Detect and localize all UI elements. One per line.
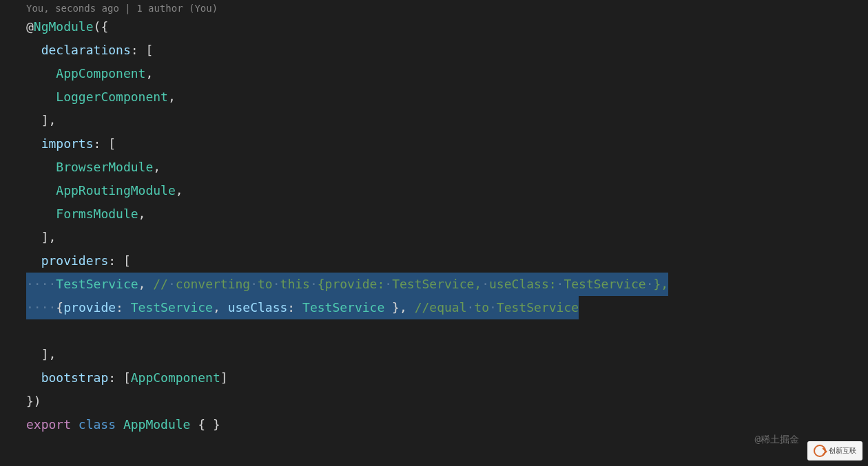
code-line[interactable]: ], bbox=[0, 226, 868, 249]
code-line[interactable]: export class AppModule { } bbox=[0, 413, 868, 436]
code-line[interactable]: ], bbox=[0, 343, 868, 366]
code-line[interactable]: LoggerComponent, bbox=[0, 85, 868, 109]
code-line[interactable]: bootstrap: [AppComponent] bbox=[0, 366, 868, 390]
code-content[interactable]: @NgModule({ declarations: [ AppComponent… bbox=[0, 15, 868, 436]
code-line[interactable]: AppComponent, bbox=[0, 62, 868, 85]
code-line[interactable]: ····{provide: TestService, useClass: Tes… bbox=[0, 296, 868, 319]
code-line[interactable]: declarations: [ bbox=[0, 39, 868, 62]
logo-text: 创新互联 bbox=[829, 439, 856, 463]
watermark-logo: 创新互联 bbox=[807, 441, 862, 460]
codelens-annotation[interactable]: You, seconds ago | 1 author (You) bbox=[0, 1, 868, 15]
code-line[interactable] bbox=[0, 319, 868, 343]
code-line[interactable]: BrowserModule, bbox=[0, 156, 868, 179]
code-line[interactable]: ····TestService, //·converting·to·this·{… bbox=[0, 273, 868, 296]
code-line[interactable]: @NgModule({ bbox=[0, 15, 868, 39]
code-line[interactable]: ], bbox=[0, 109, 868, 132]
code-line[interactable]: }) bbox=[0, 390, 868, 413]
logo-icon bbox=[814, 445, 826, 457]
code-line[interactable]: imports: [ bbox=[0, 132, 868, 156]
code-line[interactable]: providers: [ bbox=[0, 249, 868, 273]
code-line[interactable]: FormsModule, bbox=[0, 202, 868, 226]
watermark-text: @稀土掘金 bbox=[755, 427, 799, 451]
code-editor[interactable]: You, seconds ago | 1 author (You) @NgMod… bbox=[0, 1, 868, 436]
code-line[interactable]: AppRoutingModule, bbox=[0, 179, 868, 202]
